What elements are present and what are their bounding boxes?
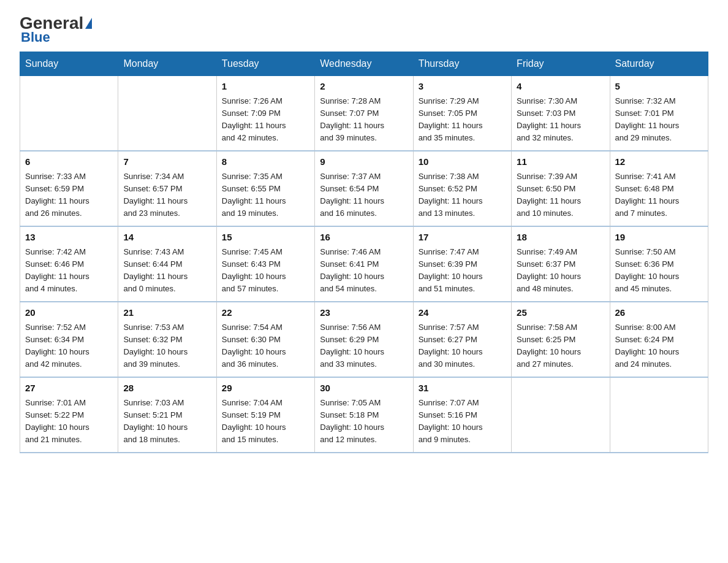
day-number: 5 xyxy=(615,80,703,94)
logo-blue: Blue xyxy=(21,29,50,45)
day-number: 17 xyxy=(419,231,506,245)
day-number: 26 xyxy=(615,306,703,320)
day-info: Sunrise: 7:38 AMSunset: 6:52 PMDaylight:… xyxy=(419,170,506,220)
day-info: Sunrise: 7:50 AMSunset: 6:36 PMDaylight:… xyxy=(615,246,703,296)
day-info: Sunrise: 8:00 AMSunset: 6:24 PMDaylight:… xyxy=(615,321,703,371)
calendar-cell: 25Sunrise: 7:58 AMSunset: 6:25 PMDayligh… xyxy=(512,302,610,377)
day-info: Sunrise: 7:54 AMSunset: 6:30 PMDaylight:… xyxy=(222,321,309,371)
weekday-header-monday: Monday xyxy=(118,52,216,76)
day-info: Sunrise: 7:30 AMSunset: 7:03 PMDaylight:… xyxy=(517,95,604,145)
calendar-cell: 10Sunrise: 7:38 AMSunset: 6:52 PMDayligh… xyxy=(413,151,511,226)
calendar-cell: 13Sunrise: 7:42 AMSunset: 6:46 PMDayligh… xyxy=(20,226,118,302)
weekday-header-friday: Friday xyxy=(512,52,610,76)
day-info: Sunrise: 7:45 AMSunset: 6:43 PMDaylight:… xyxy=(222,246,309,296)
page-header: General Blue xyxy=(20,15,708,45)
calendar-cell: 7Sunrise: 7:34 AMSunset: 6:57 PMDaylight… xyxy=(118,151,216,226)
calendar-cell: 16Sunrise: 7:46 AMSunset: 6:41 PMDayligh… xyxy=(315,226,413,302)
calendar-week-row: 13Sunrise: 7:42 AMSunset: 6:46 PMDayligh… xyxy=(20,226,708,302)
calendar-cell: 12Sunrise: 7:41 AMSunset: 6:48 PMDayligh… xyxy=(610,151,708,226)
weekday-header-tuesday: Tuesday xyxy=(216,52,314,76)
day-info: Sunrise: 7:41 AMSunset: 6:48 PMDaylight:… xyxy=(615,170,703,220)
day-number: 10 xyxy=(419,155,506,169)
day-info: Sunrise: 7:42 AMSunset: 6:46 PMDaylight:… xyxy=(25,246,113,296)
calendar-cell: 29Sunrise: 7:04 AMSunset: 5:19 PMDayligh… xyxy=(216,377,314,453)
calendar-week-row: 6Sunrise: 7:33 AMSunset: 6:59 PMDaylight… xyxy=(20,151,708,226)
calendar-cell xyxy=(118,76,216,151)
calendar-table: SundayMondayTuesdayWednesdayThursdayFrid… xyxy=(20,52,708,453)
logo: General Blue xyxy=(20,15,92,45)
day-info: Sunrise: 7:03 AMSunset: 5:21 PMDaylight:… xyxy=(123,397,211,446)
calendar-cell: 30Sunrise: 7:05 AMSunset: 5:18 PMDayligh… xyxy=(315,377,413,453)
calendar-cell: 20Sunrise: 7:52 AMSunset: 6:34 PMDayligh… xyxy=(20,302,118,377)
day-number: 21 xyxy=(123,306,211,320)
day-info: Sunrise: 7:33 AMSunset: 6:59 PMDaylight:… xyxy=(25,170,113,220)
day-number: 23 xyxy=(320,306,408,320)
day-info: Sunrise: 7:29 AMSunset: 7:05 PMDaylight:… xyxy=(419,95,506,145)
day-info: Sunrise: 7:05 AMSunset: 5:18 PMDaylight:… xyxy=(320,397,408,446)
calendar-week-row: 1Sunrise: 7:26 AMSunset: 7:09 PMDaylight… xyxy=(20,76,708,151)
day-number: 13 xyxy=(25,231,113,245)
day-info: Sunrise: 7:57 AMSunset: 6:27 PMDaylight:… xyxy=(419,321,506,371)
calendar-week-row: 27Sunrise: 7:01 AMSunset: 5:22 PMDayligh… xyxy=(20,377,708,453)
day-number: 12 xyxy=(615,155,703,169)
calendar-cell: 19Sunrise: 7:50 AMSunset: 6:36 PMDayligh… xyxy=(610,226,708,302)
calendar-cell: 14Sunrise: 7:43 AMSunset: 6:44 PMDayligh… xyxy=(118,226,216,302)
calendar-cell: 18Sunrise: 7:49 AMSunset: 6:37 PMDayligh… xyxy=(512,226,610,302)
day-number: 6 xyxy=(25,155,113,169)
day-number: 9 xyxy=(320,155,408,169)
day-number: 4 xyxy=(517,80,604,94)
calendar-cell: 8Sunrise: 7:35 AMSunset: 6:55 PMDaylight… xyxy=(216,151,314,226)
day-info: Sunrise: 7:34 AMSunset: 6:57 PMDaylight:… xyxy=(123,170,211,220)
weekday-header-saturday: Saturday xyxy=(610,52,708,76)
day-number: 3 xyxy=(419,80,506,94)
day-info: Sunrise: 7:32 AMSunset: 7:01 PMDaylight:… xyxy=(615,95,703,145)
day-info: Sunrise: 7:01 AMSunset: 5:22 PMDaylight:… xyxy=(25,397,113,446)
day-number: 14 xyxy=(123,231,211,245)
calendar-cell: 3Sunrise: 7:29 AMSunset: 7:05 PMDaylight… xyxy=(413,76,511,151)
calendar-cell: 11Sunrise: 7:39 AMSunset: 6:50 PMDayligh… xyxy=(512,151,610,226)
calendar-cell: 5Sunrise: 7:32 AMSunset: 7:01 PMDaylight… xyxy=(610,76,708,151)
calendar-cell: 9Sunrise: 7:37 AMSunset: 6:54 PMDaylight… xyxy=(315,151,413,226)
day-info: Sunrise: 7:53 AMSunset: 6:32 PMDaylight:… xyxy=(123,321,211,371)
calendar-cell: 27Sunrise: 7:01 AMSunset: 5:22 PMDayligh… xyxy=(20,377,118,453)
day-number: 11 xyxy=(517,155,604,169)
day-number: 30 xyxy=(320,381,408,396)
day-info: Sunrise: 7:04 AMSunset: 5:19 PMDaylight:… xyxy=(222,397,309,446)
day-number: 22 xyxy=(222,306,309,320)
day-info: Sunrise: 7:37 AMSunset: 6:54 PMDaylight:… xyxy=(320,170,408,220)
calendar-cell: 23Sunrise: 7:56 AMSunset: 6:29 PMDayligh… xyxy=(315,302,413,377)
day-info: Sunrise: 7:58 AMSunset: 6:25 PMDaylight:… xyxy=(517,321,604,371)
day-info: Sunrise: 7:28 AMSunset: 7:07 PMDaylight:… xyxy=(320,95,408,145)
day-number: 20 xyxy=(25,306,113,320)
calendar-cell xyxy=(610,377,708,453)
day-number: 2 xyxy=(320,80,408,94)
day-info: Sunrise: 7:47 AMSunset: 6:39 PMDaylight:… xyxy=(419,246,506,296)
weekday-header-thursday: Thursday xyxy=(413,52,511,76)
calendar-cell: 6Sunrise: 7:33 AMSunset: 6:59 PMDaylight… xyxy=(20,151,118,226)
calendar-cell: 31Sunrise: 7:07 AMSunset: 5:16 PMDayligh… xyxy=(413,377,511,453)
day-info: Sunrise: 7:49 AMSunset: 6:37 PMDaylight:… xyxy=(517,246,604,296)
calendar-cell: 24Sunrise: 7:57 AMSunset: 6:27 PMDayligh… xyxy=(413,302,511,377)
day-number: 28 xyxy=(123,381,211,396)
calendar-cell xyxy=(20,76,118,151)
day-number: 8 xyxy=(222,155,309,169)
calendar-cell: 22Sunrise: 7:54 AMSunset: 6:30 PMDayligh… xyxy=(216,302,314,377)
day-number: 29 xyxy=(222,381,309,396)
day-number: 31 xyxy=(419,381,506,396)
day-info: Sunrise: 7:56 AMSunset: 6:29 PMDaylight:… xyxy=(320,321,408,371)
day-info: Sunrise: 7:35 AMSunset: 6:55 PMDaylight:… xyxy=(222,170,309,220)
day-number: 16 xyxy=(320,231,408,245)
day-info: Sunrise: 7:52 AMSunset: 6:34 PMDaylight:… xyxy=(25,321,113,371)
calendar-cell: 1Sunrise: 7:26 AMSunset: 7:09 PMDaylight… xyxy=(216,76,314,151)
calendar-cell xyxy=(512,377,610,453)
day-number: 25 xyxy=(517,306,604,320)
day-info: Sunrise: 7:26 AMSunset: 7:09 PMDaylight:… xyxy=(222,95,309,145)
day-number: 7 xyxy=(123,155,211,169)
day-number: 19 xyxy=(615,231,703,245)
day-info: Sunrise: 7:39 AMSunset: 6:50 PMDaylight:… xyxy=(517,170,604,220)
weekday-header-sunday: Sunday xyxy=(20,52,118,76)
day-number: 1 xyxy=(222,80,309,94)
day-number: 15 xyxy=(222,231,309,245)
day-number: 18 xyxy=(517,231,604,245)
day-info: Sunrise: 7:43 AMSunset: 6:44 PMDaylight:… xyxy=(123,246,211,296)
